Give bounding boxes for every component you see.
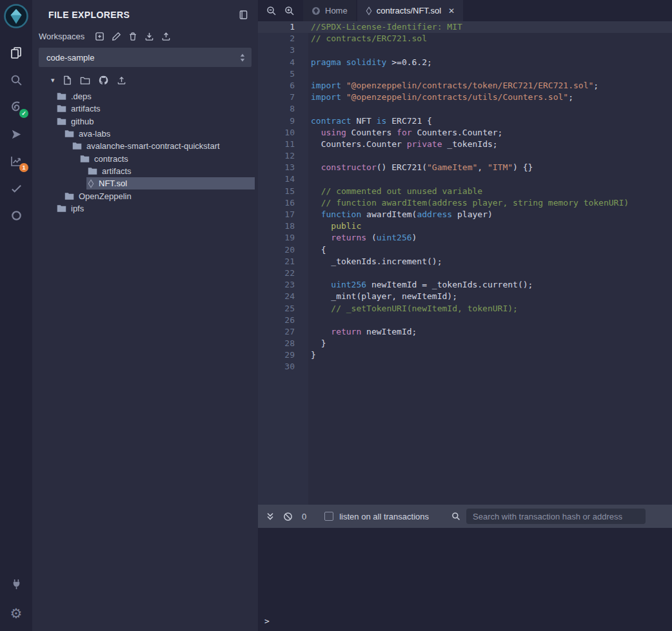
code-line-16[interactable]: 16 // function awardItem(address player,…	[258, 197, 672, 209]
code-line-17[interactable]: 17 function awardItem(address player)	[258, 209, 672, 220]
code-line-29[interactable]: 29}	[258, 349, 672, 361]
solidity-compiler-icon[interactable]: ✓	[8, 99, 25, 115]
tree-item-github[interactable]: github	[32, 115, 258, 128]
code-line-8[interactable]: 8	[258, 103, 672, 115]
analytics-icon[interactable]: 1	[8, 153, 25, 170]
line-number[interactable]: 12	[258, 150, 308, 162]
sourcify-icon[interactable]	[8, 207, 25, 224]
line-number[interactable]: 20	[258, 244, 308, 256]
code-line-30[interactable]: 30	[258, 361, 672, 373]
tab-home[interactable]: Home	[303, 0, 356, 21]
code-line-24[interactable]: 24 _mint(player, newItemId);	[258, 291, 672, 302]
tree-item-artifacts[interactable]: artifacts	[32, 165, 258, 177]
line-number[interactable]: 11	[258, 139, 308, 150]
line-number[interactable]: 26	[258, 315, 308, 326]
code-line-5[interactable]: 5	[258, 68, 672, 80]
code-line-19[interactable]: 19 returns (uint256)	[258, 232, 672, 244]
new-folder-icon[interactable]	[80, 76, 90, 85]
collapse-caret-icon[interactable]: ▾	[51, 77, 55, 84]
tree-item-ava-labs[interactable]: ava-labs	[32, 128, 258, 140]
line-number[interactable]: 19	[258, 232, 308, 244]
line-number[interactable]: 29	[258, 349, 308, 361]
code-line-1[interactable]: 1//SPDX-License-Identifier: MIT	[258, 21, 672, 33]
plugin-manager-icon[interactable]	[8, 576, 25, 592]
new-file-icon[interactable]	[63, 75, 72, 85]
analysis-check-icon[interactable]	[8, 180, 25, 197]
line-number[interactable]: 13	[258, 162, 308, 173]
code-line-27[interactable]: 27 return newItemId;	[258, 326, 672, 338]
code-line-12[interactable]: 12	[258, 150, 672, 162]
code-line-18[interactable]: 18 public	[258, 220, 672, 232]
line-number[interactable]: 10	[258, 127, 308, 139]
line-number[interactable]: 25	[258, 303, 308, 315]
download-workspace-icon[interactable]	[144, 32, 154, 41]
close-tab-icon[interactable]: ✕	[448, 6, 455, 15]
code-line-14[interactable]: 14	[258, 173, 672, 185]
listen-transactions-checkbox[interactable]	[324, 512, 333, 521]
tab-nft-sol[interactable]: contracts/NFT.sol ✕	[357, 0, 463, 21]
code-line-9[interactable]: 9contract NFT is ERC721 {	[258, 115, 672, 127]
line-number[interactable]: 3	[258, 44, 308, 56]
code-line-23[interactable]: 23 uint256 newItemId = _tokenIds.current…	[258, 279, 672, 291]
delete-workspace-icon[interactable]	[128, 32, 137, 41]
terminal-search-input[interactable]	[466, 509, 646, 524]
line-number[interactable]: 22	[258, 267, 308, 279]
line-number[interactable]: 21	[258, 256, 308, 267]
code-line-26[interactable]: 26	[258, 315, 672, 326]
clear-console-icon[interactable]	[283, 512, 293, 521]
upload-workspace-icon[interactable]	[161, 32, 171, 41]
line-number[interactable]: 17	[258, 209, 308, 220]
settings-gear-icon[interactable]: ⚙	[8, 605, 25, 622]
rename-workspace-icon[interactable]	[112, 32, 121, 41]
code-line-11[interactable]: 11 Counters.Counter private _tokenIds;	[258, 139, 672, 150]
line-number[interactable]: 18	[258, 220, 308, 232]
zoom-in-icon[interactable]	[284, 6, 295, 16]
line-number[interactable]: 9	[258, 115, 308, 127]
tree-item-avalanche-smart-contract-quickstart[interactable]: avalanche-smart-contract-quickstart	[32, 140, 258, 152]
create-workspace-icon[interactable]	[95, 32, 104, 41]
line-number[interactable]: 1	[258, 21, 308, 33]
publish-icon[interactable]	[117, 75, 126, 85]
code-line-21[interactable]: 21 _tokenIds.increment();	[258, 256, 672, 267]
search-icon[interactable]	[8, 72, 25, 88]
line-number[interactable]: 4	[258, 57, 308, 68]
line-number[interactable]: 24	[258, 291, 308, 302]
workspace-select[interactable]: code-sample	[39, 48, 252, 67]
code-line-15[interactable]: 15 // commented out unused variable	[258, 186, 672, 197]
code-line-28[interactable]: 28 }	[258, 338, 672, 349]
line-number[interactable]: 30	[258, 361, 308, 373]
line-number[interactable]: 23	[258, 279, 308, 291]
line-number[interactable]: 16	[258, 197, 308, 209]
tree-item-.deps[interactable]: .deps	[32, 90, 258, 102]
line-number[interactable]: 7	[258, 92, 308, 103]
file-explorer-icon[interactable]	[8, 44, 25, 61]
tree-item-contracts[interactable]: contracts	[32, 152, 258, 164]
panel-info-icon[interactable]	[239, 10, 248, 20]
code-line-4[interactable]: 4pragma solidity >=0.6.2;	[258, 57, 672, 68]
tree-item-OpenZeppelin[interactable]: OpenZeppelin	[32, 189, 258, 202]
github-icon[interactable]	[99, 75, 108, 85]
collapse-terminal-icon[interactable]	[266, 512, 275, 521]
code-line-22[interactable]: 22	[258, 267, 672, 279]
line-number[interactable]: 27	[258, 326, 308, 338]
line-number[interactable]: 2	[258, 33, 308, 44]
code-line-7[interactable]: 7import "@openzeppelin/contracts/utils/C…	[258, 92, 672, 103]
code-editor[interactable]: 1//SPDX-License-Identifier: MIT2// contr…	[258, 21, 672, 505]
code-line-13[interactable]: 13 constructor() ERC721("GameItem", "ITM…	[258, 162, 672, 173]
tree-item-NFT.sol[interactable]: NFT.sol	[32, 177, 258, 189]
code-line-3[interactable]: 3	[258, 44, 672, 56]
line-number[interactable]: 28	[258, 338, 308, 349]
line-number[interactable]: 15	[258, 186, 308, 197]
code-line-25[interactable]: 25 // _setTokenURI(newItemId, tokenURI);	[258, 303, 672, 315]
line-number[interactable]: 5	[258, 68, 308, 80]
code-line-20[interactable]: 20 {	[258, 244, 672, 256]
line-number[interactable]: 6	[258, 80, 308, 92]
tree-item-artifacts[interactable]: artifacts	[32, 102, 258, 115]
deploy-run-icon[interactable]	[8, 126, 25, 142]
line-number[interactable]: 14	[258, 173, 308, 185]
tree-item-ipfs[interactable]: ipfs	[32, 202, 258, 215]
code-line-6[interactable]: 6import "@openzeppelin/contracts/token/E…	[258, 80, 672, 92]
line-number[interactable]: 8	[258, 103, 308, 115]
zoom-out-icon[interactable]	[266, 6, 277, 16]
terminal-cli-input[interactable]: >	[264, 616, 666, 626]
